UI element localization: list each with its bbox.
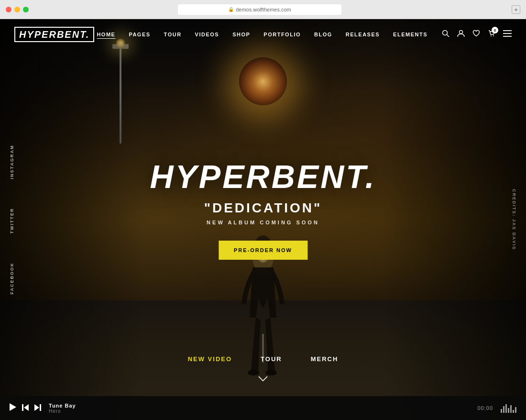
wishlist-icon[interactable] (472, 30, 480, 39)
nav-links: HOME PAGES TOUR VIDEOS SHOP PORTFOLIO BL… (97, 32, 427, 37)
svg-point-9 (460, 31, 463, 34)
url-text: demos.wolfthemes.com (236, 7, 291, 12)
prev-button[interactable] (22, 404, 29, 412)
search-icon[interactable] (442, 30, 449, 39)
svg-marker-16 (24, 404, 29, 411)
tour-link[interactable]: TOUR (261, 355, 282, 363)
merch-link[interactable]: MERCH (311, 355, 339, 363)
navbar: HYPERBENT. HOME PAGES TOUR VIDEOS SHOP P… (0, 19, 526, 50)
facebook-link[interactable]: FACEBOOK (10, 262, 14, 294)
svg-rect-19 (40, 404, 41, 411)
new-tab-button[interactable]: + (512, 5, 520, 14)
nav-home[interactable]: HOME (97, 32, 115, 37)
site-wrapper: HYPERBENT. HOME PAGES TOUR VIDEOS SHOP P… (0, 19, 526, 420)
scroll-down-arrow[interactable] (258, 373, 268, 384)
lock-icon: 🔒 (228, 7, 234, 12)
hero-content: HYPERBENT. "DEDICATION" NEW ALBUM COMING… (150, 160, 376, 260)
nav-releases[interactable]: RELEASES (346, 32, 380, 37)
user-icon[interactable] (457, 30, 465, 39)
hero-tagline: NEW ALBUM COMING SOON (150, 220, 376, 225)
side-credits: CREDITS: JAS DAVIS (512, 189, 516, 250)
player-controls (10, 403, 41, 413)
menu-icon[interactable] (503, 30, 512, 39)
nav-shop[interactable]: SHOP (232, 32, 250, 37)
preorder-button[interactable]: PRE-ORDER NOW (219, 241, 307, 260)
svg-point-10 (491, 35, 492, 36)
nav-tour[interactable]: TOUR (164, 32, 182, 37)
play-button[interactable] (10, 403, 16, 413)
track-name: Tune Bay (49, 403, 76, 409)
instagram-link[interactable]: INSTAGRAM (10, 145, 14, 179)
player-info: Tune Bay Hero (49, 403, 76, 414)
album-name: Hero (49, 409, 76, 414)
new-video-link[interactable]: NEW VIDEO (188, 355, 232, 363)
hero-subtitle: "DEDICATION" (150, 200, 376, 216)
section-links: NEW VIDEO TOUR MERCH (188, 355, 339, 363)
music-player: Tune Bay Hero 00:00 (0, 396, 526, 420)
svg-marker-18 (34, 404, 39, 411)
cart-count: 0 (492, 27, 498, 33)
browser-chrome: 🔒 demos.wolfthemes.com + (0, 0, 526, 19)
svg-point-7 (443, 31, 448, 35)
nav-icons: 0 (442, 30, 512, 39)
nav-elements[interactable]: ELEMENTS (393, 32, 427, 37)
site-logo[interactable]: HYPERBENT. (14, 27, 94, 42)
equalizer-icon (501, 403, 516, 413)
side-social: INSTAGRAM TWITTER FACEBOOK (10, 145, 14, 295)
nav-pages[interactable]: PAGES (129, 32, 150, 37)
player-time: 00:00 (477, 405, 493, 411)
traffic-lights (6, 7, 29, 12)
nav-videos[interactable]: VIDEOS (195, 32, 219, 37)
svg-rect-17 (22, 404, 23, 411)
svg-point-3 (248, 370, 259, 376)
svg-point-11 (493, 35, 494, 36)
maximize-button[interactable] (23, 7, 29, 12)
next-button[interactable] (34, 404, 41, 412)
minimize-button[interactable] (14, 7, 20, 12)
close-button[interactable] (6, 7, 11, 12)
nav-portfolio[interactable]: PORTFOLIO (263, 32, 301, 37)
svg-line-8 (447, 35, 449, 37)
hero-title: HYPERBENT. (150, 160, 376, 193)
cart-icon[interactable]: 0 (488, 30, 495, 39)
nav-blog[interactable]: BLOG (314, 32, 332, 37)
twitter-link[interactable]: TWITTER (10, 208, 14, 233)
address-bar[interactable]: 🔒 demos.wolfthemes.com (178, 4, 341, 15)
svg-marker-15 (10, 403, 16, 411)
